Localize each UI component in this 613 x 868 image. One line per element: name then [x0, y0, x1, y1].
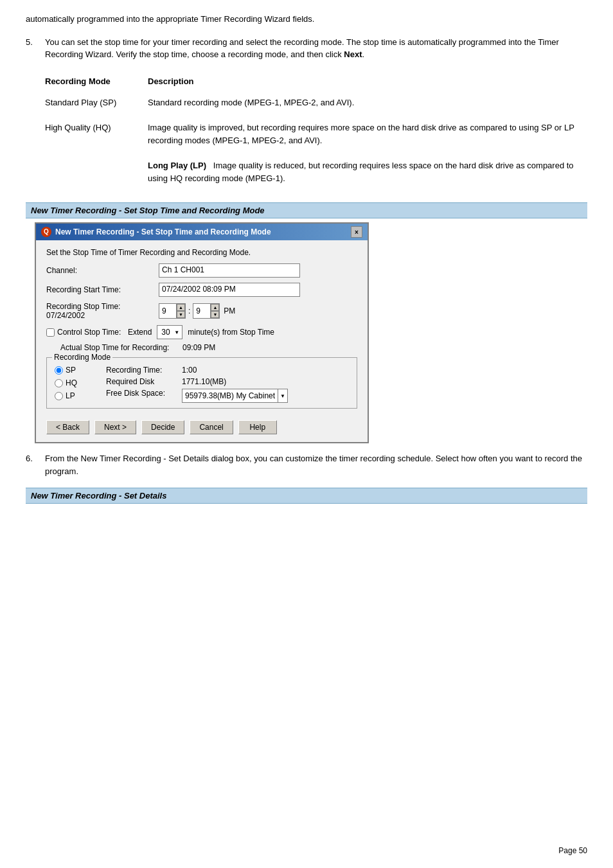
help-button[interactable]: Help: [238, 420, 277, 434]
step6-item: 6. From the New Timer Recording - Set De…: [26, 452, 587, 477]
start-time-value: 07/24/2002 08:09 PM: [159, 283, 300, 297]
required-disk-value: 1771.10(MB): [182, 377, 226, 386]
radio-sp-input[interactable]: [55, 366, 63, 375]
radio-lp-label: LP: [66, 391, 75, 400]
radio-lp-input[interactable]: [55, 392, 63, 400]
extend-label: Extend: [128, 328, 152, 337]
start-time-label: Recording Start Time:: [46, 285, 159, 294]
col-recording-mode: Recording Mode: [45, 73, 148, 90]
actual-stop-label: Actual Stop Time for Recording:: [60, 343, 176, 352]
dialog-title: New Timer Recording - Set Stop Time and …: [55, 227, 271, 236]
mode-lp: [45, 153, 148, 191]
dialog-description: Set the Stop Time of Timer Recording and…: [46, 248, 357, 257]
dialog-buttons: < Back Next > Decide Cancel Help: [46, 415, 357, 437]
recording-time-label: Recording Time:: [106, 366, 177, 375]
recording-mode-legend: Recording Mode: [52, 353, 112, 362]
recording-time-value: 1:00: [182, 366, 197, 375]
mode-sp: Standard Play (SP): [45, 90, 148, 116]
stop-minute-value: 9: [193, 304, 210, 318]
free-disk-value: 95979.38(MB) My Cabinet: [182, 391, 278, 400]
back-button[interactable]: < Back: [46, 420, 89, 434]
stop-minute-spinner[interactable]: 9 ▲ ▼: [193, 303, 220, 319]
required-disk-label: Required Disk: [106, 377, 177, 386]
radio-hq-option[interactable]: HQ: [55, 378, 100, 387]
desc-sp: Standard recording mode (MPEG-1, MPEG-2,…: [148, 90, 587, 116]
stop-minute-arrows[interactable]: ▲ ▼: [210, 304, 219, 318]
free-disk-label: Free Disk Space:: [106, 389, 177, 403]
page-number: Page 50: [558, 846, 587, 855]
recording-mode-table: Recording Mode Description Standard Play…: [45, 73, 587, 191]
section-header-2: New Timer Recording - Set Details: [26, 488, 587, 504]
intro-text: automatically programmed into the approp…: [26, 13, 587, 26]
stop-ampm: PM: [224, 306, 235, 315]
free-disk-row: Free Disk Space: 95979.38(MB) My Cabinet…: [106, 389, 349, 403]
cancel-button[interactable]: Cancel: [190, 420, 233, 434]
titlebar-left: Q New Timer Recording - Set Stop Time an…: [41, 227, 271, 237]
stop-hour-arrows[interactable]: ▲ ▼: [176, 304, 185, 318]
mode-info: Recording Time: 1:00 Required Disk 1771.…: [100, 366, 349, 403]
step5-number: 5.: [26, 36, 45, 61]
step5-content: You can set the stop time for your timer…: [45, 36, 587, 61]
free-disk-select[interactable]: 95979.38(MB) My Cabinet ▼: [182, 389, 288, 403]
extend-value: 30: [159, 328, 173, 337]
decide-button[interactable]: Decide: [141, 420, 184, 434]
stop-minute-down[interactable]: ▼: [211, 311, 219, 318]
dialog-body: Set the Stop Time of Timer Recording and…: [36, 240, 368, 442]
dialog-window: Q New Timer Recording - Set Stop Time an…: [35, 222, 369, 443]
table-row: Long Play (LP) Image quality is reduced,…: [45, 153, 587, 191]
step6-number: 6.: [26, 452, 45, 477]
stop-minute-up[interactable]: ▲: [211, 304, 219, 311]
radio-sp-option[interactable]: SP: [55, 366, 100, 375]
start-time-row: Recording Start Time: 07/24/2002 08:09 P…: [46, 283, 357, 297]
stop-hour-down[interactable]: ▼: [177, 311, 185, 318]
radio-hq-label: HQ: [66, 378, 77, 387]
control-stop-checkbox[interactable]: [46, 328, 55, 337]
section-header-1: New Timer Recording - Set Stop Time and …: [26, 202, 587, 218]
dialog-app-icon: Q: [41, 227, 51, 237]
control-stop-label: Control Stop Time:: [57, 328, 128, 337]
col-description: Description: [148, 73, 587, 90]
desc-lp: Long Play (LP) Image quality is reduced,…: [148, 153, 587, 191]
actual-stop-row: Actual Stop Time for Recording: 09:09 PM: [60, 343, 357, 352]
required-disk-row: Required Disk 1771.10(MB): [106, 377, 349, 386]
next-button[interactable]: Next >: [94, 420, 136, 434]
stop-hour-up[interactable]: ▲: [177, 304, 185, 311]
extend-select[interactable]: 30 ▼: [157, 325, 182, 339]
free-disk-dropdown-arrow[interactable]: ▼: [278, 389, 287, 402]
dialog-titlebar: Q New Timer Recording - Set Stop Time an…: [36, 224, 368, 240]
step6-content: From the New Timer Recording - Set Detai…: [45, 452, 587, 477]
table-row: Standard Play (SP) Standard recording mo…: [45, 90, 587, 116]
channel-row: Channel: Ch 1 CH001: [46, 263, 357, 278]
table-row: High Quality (HQ) Image quality is impro…: [45, 115, 587, 153]
channel-label: Channel:: [46, 266, 159, 275]
channel-value: Ch 1 CH001: [159, 263, 300, 278]
mode-grid: SP HQ LP Recording Time:: [55, 363, 349, 403]
extend-dropdown-arrow[interactable]: ▼: [173, 330, 181, 335]
dialog-wrapper: Q New Timer Recording - Set Stop Time an…: [35, 222, 587, 443]
stop-time-label: Recording Stop Time: 07/24/2002: [46, 302, 159, 320]
control-stop-row: Control Stop Time: Extend 30 ▼ minute(s)…: [46, 325, 357, 339]
stop-hour-spinner[interactable]: 9 ▲ ▼: [159, 303, 186, 319]
stop-hour-value: 9: [159, 304, 176, 318]
time-colon: :: [188, 306, 190, 315]
actual-stop-value: 09:09 PM: [182, 343, 215, 352]
recording-mode-group: Recording Mode SP HQ LP: [46, 357, 357, 409]
desc-hq: Image quality is improved, but recording…: [148, 115, 587, 153]
dialog-close-button[interactable]: ×: [351, 226, 362, 238]
mode-radios: SP HQ LP: [55, 366, 100, 403]
radio-sp-label: SP: [66, 366, 76, 375]
radio-lp-option[interactable]: LP: [55, 391, 100, 400]
mode-hq: High Quality (HQ): [45, 115, 148, 153]
radio-hq-input[interactable]: [55, 379, 63, 387]
minute-label: minute(s) from Stop Time: [188, 328, 274, 337]
stop-time-row: Recording Stop Time: 07/24/2002 9 ▲ ▼ : …: [46, 302, 357, 320]
step5-item: 5. You can set the stop time for your ti…: [26, 36, 587, 61]
recording-time-row: Recording Time: 1:00: [106, 366, 349, 375]
